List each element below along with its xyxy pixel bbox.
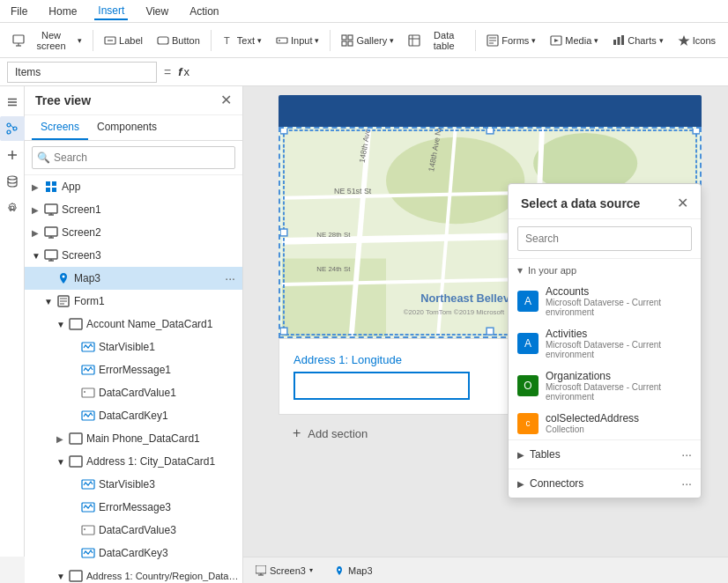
- tree-item-map3[interactable]: Map3 ···: [25, 267, 242, 290]
- charts-button[interactable]: Charts ▾: [607, 32, 668, 49]
- em1-label: ErrorMessage1: [99, 364, 171, 376]
- media-icon: [550, 34, 562, 47]
- media-button[interactable]: Media ▾: [545, 32, 604, 49]
- tree-item-account-datacard[interactable]: ▼ Account Name_DataCard1: [25, 313, 242, 336]
- svg-rect-61: [70, 456, 82, 467]
- sidebar: Tree view ✕ Screens Components 🔍 ▶ App: [25, 86, 243, 583]
- icons-button[interactable]: Icons: [672, 32, 721, 49]
- tree-item-screen2[interactable]: ▶ Screen2: [25, 221, 242, 244]
- add-section-label: Add section: [308, 427, 368, 440]
- bottom-screen-item[interactable]: Screen3 ▾: [250, 564, 318, 578]
- forms-button[interactable]: Forms ▾: [481, 32, 541, 49]
- formula-name-input[interactable]: [7, 62, 157, 83]
- tree-item-starvisible1[interactable]: StarVisible1: [25, 336, 242, 358]
- add-icon: [6, 149, 19, 161]
- tree-item-form1[interactable]: ▼ Form1: [25, 290, 242, 313]
- ds-item-accounts[interactable]: A Accounts Microsoft Dataverse - Current…: [509, 280, 701, 322]
- svg-rect-5: [158, 37, 168, 44]
- toolbar: New screen ▾ Label Button T Text ▾ Input…: [0, 23, 728, 58]
- text-button[interactable]: T Text ▾: [217, 32, 267, 49]
- svg-text:NE 51st St: NE 51st St: [334, 187, 372, 196]
- tree-item-datacardkey1[interactable]: DataCardKey1: [25, 404, 242, 427]
- new-screen-button[interactable]: New screen ▾: [7, 27, 87, 54]
- tree-item-starvisible3[interactable]: StarVisible3: [25, 473, 242, 496]
- map3-more-button[interactable]: ···: [221, 271, 239, 285]
- svg-rect-21: [613, 40, 616, 45]
- tree-view: ▶ App ▶ Screen1 ▶ Screen2 ▼: [25, 175, 242, 583]
- tab-screens[interactable]: Screens: [32, 115, 88, 140]
- tree-item-screen1[interactable]: ▶ Screen1: [25, 198, 242, 221]
- tree-item-mainphone-datacard[interactable]: ▶ Main Phone_DataCard1: [25, 427, 242, 450]
- tree-item-errormessage1[interactable]: ErrorMessage1: [25, 358, 242, 381]
- add-section-icon: +: [293, 425, 301, 441]
- bottom-screen-caret: ▾: [309, 566, 313, 574]
- input-caret: ▾: [315, 36, 319, 45]
- tree-item-country-datacard[interactable]: ▼ Address 1: Country/Region_DataCar...: [25, 565, 242, 583]
- bottom-map-item[interactable]: Map3: [329, 564, 378, 578]
- svg-line-31: [11, 125, 13, 128]
- canvas-area: 148th Ave NE 148th Ave NE NE 51st St NE …: [243, 86, 728, 583]
- activities-icon: A: [517, 333, 539, 354]
- tree-item-datacardvalue1[interactable]: DataCardValue1: [25, 381, 242, 404]
- label-btn-label: Label: [119, 35, 143, 46]
- menu-file[interactable]: File: [7, 4, 31, 19]
- button-button[interactable]: Button: [152, 32, 205, 49]
- menu-home[interactable]: Home: [45, 4, 80, 19]
- database-icon[interactable]: [0, 169, 25, 194]
- svg-rect-90: [693, 129, 700, 134]
- screen1-label: Screen1: [62, 203, 101, 216]
- svg-rect-22: [618, 37, 620, 45]
- app-caret: ▶: [32, 182, 44, 192]
- ds-item-organizations[interactable]: O Organizations Microsoft Dataverse - Cu…: [509, 365, 701, 407]
- tree-item-app[interactable]: ▶ App: [25, 175, 242, 198]
- forms-icon: [487, 34, 499, 47]
- hamburger-icon[interactable]: [0, 90, 25, 114]
- account-datacard-icon: [69, 317, 83, 331]
- label-button[interactable]: Label: [99, 32, 148, 49]
- search-input[interactable]: [32, 146, 235, 169]
- ds-search-input[interactable]: [517, 226, 692, 251]
- city-datacard-icon: [69, 454, 83, 469]
- menu-action[interactable]: Action: [186, 4, 222, 19]
- ds-tables-row[interactable]: ▶ Tables ···: [509, 439, 701, 469]
- dck3-label: DataCardKey3: [99, 547, 168, 559]
- screen3-label: Screen3: [62, 249, 101, 262]
- ds-section-caret: ▾: [517, 264, 523, 277]
- treeview-icon[interactable]: [0, 116, 25, 141]
- tree-item-errormessage3[interactable]: ErrorMessage3: [25, 496, 242, 519]
- ds-item-colselectedaddress[interactable]: c colSelectedAddress Collection: [509, 407, 701, 439]
- ds-connectors-row[interactable]: ▶ Connectors ···: [509, 469, 701, 498]
- tab-components[interactable]: Components: [88, 115, 166, 140]
- tree-item-city-datacard[interactable]: ▼ Address 1: City_DataCard1: [25, 450, 242, 473]
- em3-label: ErrorMessage3: [99, 501, 171, 513]
- menu-view[interactable]: View: [142, 4, 172, 19]
- screen3-icon: [44, 248, 58, 262]
- svg-rect-57: [82, 388, 94, 397]
- svg-text:©2020 TomTom ©2019 Microsoft: ©2020 TomTom ©2019 Microsoft: [404, 308, 505, 316]
- input-button[interactable]: Input ▾: [271, 32, 324, 49]
- settings-icon[interactable]: [0, 196, 25, 220]
- gallery-button[interactable]: Gallery ▾: [336, 32, 399, 49]
- fx-label: f: [178, 65, 182, 78]
- search-icon: 🔍: [37, 151, 50, 164]
- ds-in-your-app-label: In your app: [528, 265, 576, 276]
- plus-icon[interactable]: [0, 143, 25, 167]
- tables-more-button[interactable]: ···: [681, 447, 692, 461]
- ds-item-activities[interactable]: A Activities Microsoft Dataverse - Curre…: [509, 322, 701, 365]
- form-field-input[interactable]: [293, 372, 470, 400]
- tree-item-datacardkey3[interactable]: DataCardKey3: [25, 542, 242, 565]
- ds-in-your-app-header: ▾ In your app: [509, 259, 701, 280]
- menu-insert[interactable]: Insert: [94, 3, 128, 20]
- formula-input[interactable]: [197, 62, 721, 83]
- sidebar-close-button[interactable]: ✕: [220, 93, 232, 107]
- dcv1-label: DataCardValue1: [99, 387, 176, 399]
- tree-item-datacardvalue3[interactable]: DataCardValue3: [25, 519, 242, 542]
- datatable-button[interactable]: Data table: [403, 27, 470, 54]
- new-screen-label: New screen: [27, 30, 75, 51]
- screen2-label: Screen2: [62, 226, 101, 239]
- ds-close-button[interactable]: ✕: [677, 195, 688, 211]
- svg-rect-11: [342, 41, 346, 46]
- button-icon: [157, 34, 169, 47]
- tree-item-screen3[interactable]: ▼ Screen3: [25, 244, 242, 267]
- connectors-more-button[interactable]: ···: [681, 476, 692, 491]
